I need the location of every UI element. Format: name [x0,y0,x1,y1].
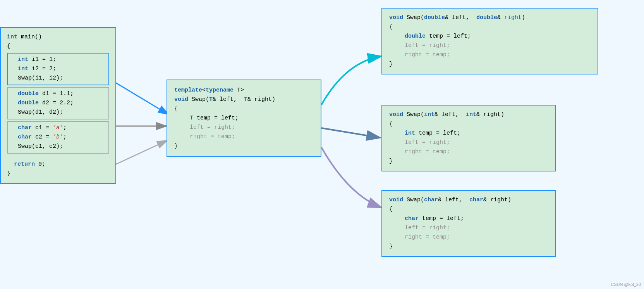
watermark: CSDN @kpl_20 [611,282,641,287]
sd-line1: void Swap(double& left, double& right) [389,13,591,22]
char-block: char c1 = 'a'; char c2 = 'b'; Swap(c1, c… [7,121,109,154]
sd-line2: { [389,22,591,32]
template-code-box: template<typename T> void Swap(T& left, … [167,80,321,157]
arrow-template-to-char [321,147,381,208]
tpl-line1: template<typename T> [174,86,314,95]
sc-line2: { [389,205,548,214]
swap-double-box: void Swap(double& left, double& right) {… [381,8,598,74]
sd-line4: left = right; [389,41,591,50]
int-line1: int i1 = 1; [11,55,105,64]
swap-int-box: void Swap(int& left, int& right) { int t… [381,105,556,171]
char-line2: char c2 = 'b'; [11,133,105,142]
tpl-line7: } [174,142,314,151]
main-return: return 0; [7,160,109,169]
tpl-line3: { [174,104,314,114]
sd-line5: right = temp; [389,50,591,60]
double-line3: Swap(d1, d2); [11,108,105,117]
main-line2: { [7,42,109,51]
tpl-line2: void Swap(T& left, T& right) [174,95,314,104]
arrow-char-to-template [110,140,167,167]
sc-line5: right = temp; [389,233,548,242]
sd-line6: } [389,60,591,69]
sc-line1: void Swap(char& left, char& right) [389,196,548,205]
int-line2: int i2 = 2; [11,64,105,74]
si-line5: right = temp; [389,147,548,157]
sd-line3: double temp = left; [389,32,591,41]
arrow-template-to-double [321,56,381,105]
char-line3: Swap(c1, c2); [11,142,105,151]
double-line1: double d1 = 1.1; [11,89,105,99]
sc-line4: left = right; [389,223,548,233]
swap-char-box: void Swap(char& left, char& right) { cha… [381,190,556,257]
arrow-int-to-template [110,80,168,114]
arrow-template-to-int [321,128,380,138]
sc-line3: char temp = left; [389,214,548,223]
int-line3: Swap(i1, i2); [11,74,105,83]
main-code-box: int main() { int i1 = 1; int i2 = 2; Swa… [0,27,116,184]
si-line6: } [389,157,548,166]
double-line2: double d2 = 2.2; [11,99,105,108]
si-line2: { [389,119,548,129]
sc-line6: } [389,242,548,251]
main-close: } [7,169,109,178]
char-line1: char c1 = 'a'; [11,123,105,133]
si-line4: left = right; [389,138,548,147]
double-block: double d1 = 1.1; double d2 = 2.2; Swap(d… [7,87,109,119]
main-line1: int main() [7,33,109,42]
si-line3: int temp = left; [389,129,548,138]
tpl-line6: right = temp; [174,132,314,142]
tpl-line4: T temp = left; [174,114,314,123]
si-line1: void Swap(int& left, int& right) [389,110,548,119]
tpl-line5: left = right; [174,123,314,132]
int-block: int i1 = 1; int i2 = 2; Swap(i1, i2); [7,53,109,85]
